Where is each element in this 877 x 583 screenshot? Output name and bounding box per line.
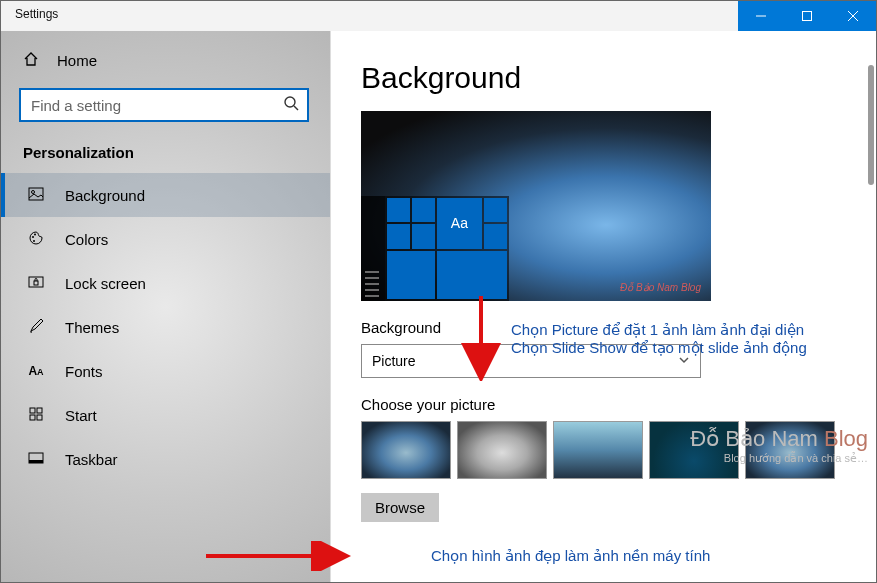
sidebar-item-colors[interactable]: Colors: [1, 217, 330, 261]
search-field[interactable]: [31, 97, 283, 114]
maximize-button[interactable]: [784, 1, 830, 31]
start-icon: [27, 406, 45, 425]
sidebar-item-label: Background: [65, 187, 145, 204]
picture-thumb[interactable]: [361, 421, 451, 479]
sidebar-item-label: Lock screen: [65, 275, 146, 292]
close-icon: [848, 11, 858, 21]
home-nav[interactable]: Home: [1, 31, 330, 80]
lock-icon: [27, 274, 45, 293]
window-title: Settings: [1, 1, 738, 31]
svg-rect-16: [37, 415, 42, 420]
close-button[interactable]: [830, 1, 876, 31]
svg-rect-14: [37, 408, 42, 413]
preview-sample-text: Aa: [437, 198, 483, 249]
home-label: Home: [57, 52, 97, 69]
main-panel: Background Aa Đỗ Bảo Nam Blog Background…: [331, 31, 876, 582]
titlebar: Settings: [1, 1, 876, 31]
svg-rect-12: [34, 281, 38, 285]
choose-picture-label: Choose your picture: [361, 396, 876, 413]
search-icon: [283, 95, 299, 115]
picture-thumbnails: [361, 421, 876, 479]
sidebar-item-fonts[interactable]: AA Fonts: [1, 349, 330, 393]
sidebar-item-start[interactable]: Start: [1, 393, 330, 437]
annotation-browse: Chọn hình ảnh đẹp làm ảnh nền máy tính: [431, 547, 710, 565]
sidebar-item-label: Themes: [65, 319, 119, 336]
svg-line-5: [294, 106, 298, 110]
preview-start-mock: Aa: [361, 196, 509, 301]
maximize-icon: [802, 11, 812, 21]
brush-icon: [27, 318, 45, 337]
picture-thumb[interactable]: [745, 421, 835, 479]
search-input[interactable]: [19, 88, 309, 122]
scrollbar[interactable]: [868, 65, 874, 185]
sidebar-item-label: Colors: [65, 231, 108, 248]
svg-point-9: [34, 233, 36, 235]
section-header: Personalization: [1, 140, 330, 173]
annotation-arrow-down: [461, 291, 501, 381]
annotation-dropdown: Chọn Picture để đặt 1 ảnh làm ảnh đại di…: [511, 321, 807, 357]
picture-icon: [27, 186, 45, 205]
palette-icon: [27, 230, 45, 249]
picture-thumb[interactable]: [649, 421, 739, 479]
fonts-icon: AA: [27, 364, 45, 378]
dropdown-value: Picture: [372, 353, 416, 369]
svg-rect-15: [30, 415, 35, 420]
svg-rect-18: [29, 460, 43, 463]
background-preview: Aa Đỗ Bảo Nam Blog: [361, 111, 711, 301]
sidebar-item-taskbar[interactable]: Taskbar: [1, 437, 330, 481]
svg-point-8: [32, 236, 34, 238]
preview-watermark: Đỗ Bảo Nam Blog: [620, 282, 701, 293]
sidebar-item-label: Fonts: [65, 363, 103, 380]
svg-point-10: [33, 240, 35, 242]
minimize-button[interactable]: [738, 1, 784, 31]
browse-button[interactable]: Browse: [361, 493, 439, 522]
page-title: Background: [361, 61, 876, 95]
taskbar-icon: [27, 450, 45, 469]
minimize-icon: [756, 11, 766, 21]
svg-rect-13: [30, 408, 35, 413]
sidebar: Home Personalization Background Colors: [1, 31, 331, 582]
svg-point-4: [285, 97, 295, 107]
sidebar-item-label: Taskbar: [65, 451, 118, 468]
svg-point-7: [32, 190, 35, 193]
picture-thumb[interactable]: [553, 421, 643, 479]
picture-thumb[interactable]: [457, 421, 547, 479]
sidebar-item-label: Start: [65, 407, 97, 424]
svg-rect-1: [803, 12, 812, 21]
home-icon: [23, 51, 39, 70]
sidebar-item-background[interactable]: Background: [1, 173, 330, 217]
sidebar-item-themes[interactable]: Themes: [1, 305, 330, 349]
annotation-arrow-right: [201, 541, 351, 571]
sidebar-item-lockscreen[interactable]: Lock screen: [1, 261, 330, 305]
svg-rect-6: [29, 188, 43, 200]
window-controls: [738, 1, 876, 31]
